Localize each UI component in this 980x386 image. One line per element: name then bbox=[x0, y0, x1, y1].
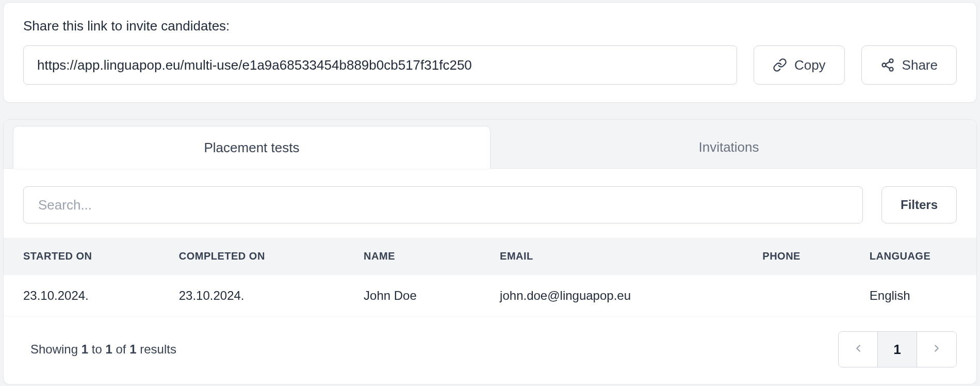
col-started-on: STARTED ON bbox=[4, 238, 159, 275]
results-table: STARTED ON COMPLETED ON NAME EMAIL PHONE… bbox=[4, 238, 976, 316]
results-to-word: to bbox=[88, 342, 105, 356]
pager-page-1[interactable]: 1 bbox=[878, 332, 917, 367]
table-header-row: STARTED ON COMPLETED ON NAME EMAIL PHONE… bbox=[4, 238, 976, 275]
col-email: EMAIL bbox=[480, 238, 743, 275]
search-row: Filters bbox=[4, 169, 976, 238]
share-button-label: Share bbox=[902, 57, 938, 73]
tab-label: Invitations bbox=[698, 139, 759, 155]
share-card: Share this link to invite candidates: Co… bbox=[3, 2, 977, 103]
copy-button-label: Copy bbox=[794, 57, 826, 73]
share-button[interactable]: Share bbox=[861, 45, 957, 85]
col-name: NAME bbox=[344, 238, 480, 275]
col-phone: PHONE bbox=[743, 238, 850, 275]
pager-prev-button[interactable] bbox=[839, 332, 878, 367]
results-prefix: Showing bbox=[30, 342, 81, 356]
svg-line-4 bbox=[886, 62, 890, 65]
table-row[interactable]: 23.10.2024. 23.10.2024. John Doe john.do… bbox=[4, 275, 976, 317]
link-icon bbox=[773, 58, 787, 72]
results-from: 1 bbox=[81, 342, 88, 356]
share-icon bbox=[880, 58, 895, 72]
col-completed-on: COMPLETED ON bbox=[159, 238, 344, 275]
filters-button[interactable]: Filters bbox=[881, 186, 957, 223]
results-total: 1 bbox=[129, 342, 136, 356]
tab-label: Placement tests bbox=[204, 140, 300, 155]
copy-button[interactable]: Copy bbox=[754, 45, 845, 85]
tab-placement-tests[interactable]: Placement tests bbox=[13, 126, 491, 169]
cell-name: John Doe bbox=[344, 275, 480, 317]
cell-phone bbox=[743, 275, 850, 317]
share-row: Copy Share bbox=[23, 45, 957, 85]
search-input[interactable] bbox=[23, 186, 863, 223]
table-footer: Showing 1 to 1 of 1 results 1 bbox=[4, 316, 976, 384]
results-card: Placement tests Invitations Filters STAR… bbox=[3, 119, 977, 384]
pagination: 1 bbox=[838, 331, 957, 367]
tab-invitations[interactable]: Invitations bbox=[491, 126, 967, 168]
results-to: 1 bbox=[105, 342, 112, 356]
results-summary: Showing 1 to 1 of 1 results bbox=[30, 342, 176, 357]
pager-page-label: 1 bbox=[893, 342, 901, 358]
cell-email: john.doe@linguapop.eu bbox=[480, 275, 743, 317]
chevron-right-icon bbox=[931, 342, 942, 358]
filters-button-label: Filters bbox=[901, 198, 938, 212]
share-title: Share this link to invite candidates: bbox=[23, 18, 957, 34]
cell-completed-on: 23.10.2024. bbox=[159, 275, 344, 317]
results-of-word: of bbox=[112, 342, 129, 356]
pager-next-button[interactable] bbox=[917, 332, 956, 367]
share-link-input[interactable] bbox=[23, 45, 737, 85]
results-word: results bbox=[137, 342, 176, 356]
tabs-header: Placement tests Invitations bbox=[4, 120, 976, 169]
cell-started-on: 23.10.2024. bbox=[4, 275, 159, 317]
col-language: LANGUAGE bbox=[850, 238, 976, 275]
chevron-left-icon bbox=[853, 342, 864, 358]
svg-line-3 bbox=[886, 66, 890, 69]
cell-language: English bbox=[850, 275, 976, 317]
